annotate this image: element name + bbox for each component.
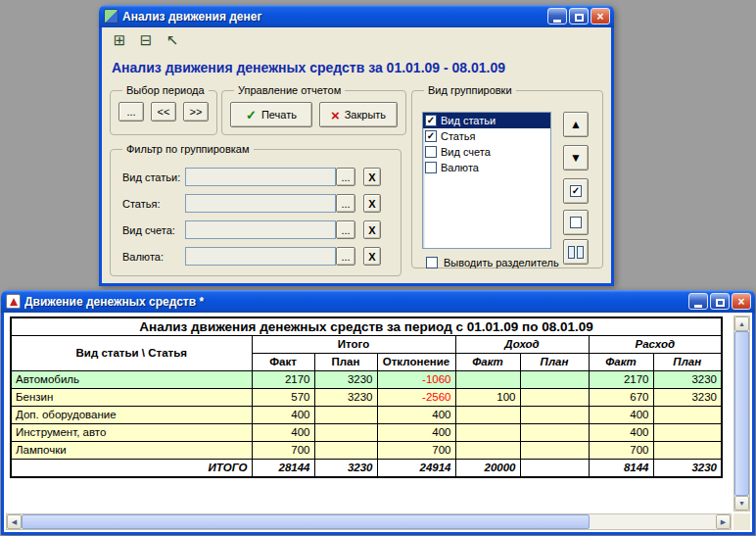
total-label-cell: ИТОГО [11, 460, 252, 478]
report-table: Анализ движения денежных средств за пери… [10, 317, 723, 478]
print-button[interactable]: ✓ Печать [230, 102, 312, 127]
group-header-cell: Итого [252, 336, 455, 354]
table-group-header-row: Вид статьи \ СтатьяИтогоДоходРасход [11, 336, 722, 354]
report-maximize-button[interactable] [710, 293, 730, 310]
report-control-groupbox-label: Управление отчетом [234, 84, 345, 96]
close-icon: × [737, 295, 744, 309]
filter-clear-button[interactable]: X [363, 194, 381, 213]
value-cell: 400 [252, 407, 314, 424]
value-cell [653, 424, 722, 442]
grouping-groupbox-label: Вид группировки [424, 84, 516, 96]
grouping-listbox[interactable]: ✓Вид статьи✓СтатьяВид счетаВалюта [422, 112, 551, 249]
separator-checkbox[interactable]: Выводить разделитель [426, 257, 559, 268]
filter-input[interactable] [185, 220, 336, 239]
close-icon: × [596, 10, 603, 24]
report-minimize-button[interactable] [688, 293, 708, 310]
grouping-item-label: Вид статьи [441, 115, 496, 126]
grouping-list-item[interactable]: ✓Статья [423, 128, 550, 144]
separator-columns-button[interactable] [563, 239, 589, 265]
grouping-item-label: Статья [441, 130, 475, 142]
value-cell [314, 424, 377, 442]
scroll-up-button[interactable]: ▲ [734, 317, 749, 331]
value-cell: 400 [589, 424, 653, 442]
report-close-button[interactable]: × [732, 293, 751, 310]
filter-row: Статья:...X [122, 193, 389, 214]
filter-browse-button[interactable]: ... [336, 220, 355, 239]
table-row: Доп. оборудование400400400 [11, 407, 722, 424]
analysis-minimize-button[interactable] [547, 8, 567, 24]
value-cell [520, 442, 589, 460]
filter-input[interactable] [185, 247, 336, 266]
grouping-groupbox: Вид группировки ✓Вид статьи✓СтатьяВид сч… [411, 84, 603, 268]
scroll-left-button[interactable]: ◀ [7, 514, 22, 529]
horizontal-scroll-thumb[interactable] [22, 514, 590, 529]
scroll-up-icon: ▲ [738, 320, 745, 327]
grouping-list-item[interactable]: Вид счета [423, 144, 550, 160]
scroll-down-icon: ▼ [738, 500, 745, 507]
check-all-button[interactable]: ✓ [563, 178, 589, 204]
filter-browse-button[interactable]: ... [336, 194, 355, 213]
table-row: Инструмент, авто400400400 [11, 424, 722, 442]
vertical-scroll-thumb[interactable] [734, 331, 749, 496]
report-titlebar[interactable]: Движение денежных средств * × [1, 290, 755, 313]
value-cell [455, 407, 520, 424]
scroll-right-button[interactable]: ▶ [716, 514, 731, 529]
period-browse-button[interactable]: ... [118, 102, 144, 122]
grouping-item-label: Валюта [441, 162, 479, 173]
value-cell: 3230 [314, 371, 377, 389]
grouping-item-checkbox[interactable]: ✓ [425, 115, 437, 126]
help-cursor-icon[interactable]: ↖ [163, 30, 182, 50]
total-value-cell: 8144 [589, 460, 653, 478]
expand-all-icon[interactable]: ⊞ [110, 30, 129, 50]
row-name-cell: Инструмент, авто [11, 424, 252, 442]
report-control-buttons: ✓ Печать × Закрыть [230, 100, 398, 127]
value-cell: 3230 [653, 371, 722, 389]
separator-checkbox-label: Выводить разделитель [444, 257, 559, 268]
filter-browse-button[interactable]: ... [336, 168, 355, 186]
filter-clear-button[interactable]: X [363, 220, 381, 239]
value-cell: 100 [455, 389, 520, 407]
report-heading: Анализ движения денежных средств за 01.0… [112, 60, 611, 75]
move-down-button[interactable]: ▼ [563, 145, 589, 171]
grouping-list-item[interactable]: ✓Вид статьи [423, 113, 550, 128]
scroll-right-icon: ▶ [721, 518, 726, 526]
value-cell: 570 [252, 389, 314, 407]
grouping-item-checkbox[interactable] [425, 162, 437, 173]
value-cell: 3230 [653, 389, 722, 407]
filter-rows: Вид статьи:...XСтатья:...XВид счета:...X… [118, 159, 393, 267]
filter-clear-button[interactable]: X [363, 168, 381, 186]
minimize-icon [694, 305, 702, 308]
value-cell: -2560 [377, 389, 455, 407]
analysis-titlebar[interactable]: Анализ движения денег × [99, 5, 614, 27]
period-prev-button[interactable]: << [151, 102, 176, 122]
analysis-window: Анализ движения денег × ⊞ ⊟ ↖ Анализ дви… [99, 5, 614, 286]
filter-input[interactable] [185, 194, 336, 213]
value-cell: 400 [377, 424, 455, 442]
filter-input[interactable] [185, 168, 336, 186]
total-value-cell: 3230 [314, 460, 377, 478]
grouping-list-item[interactable]: Валюта [423, 160, 550, 175]
value-cell [520, 424, 589, 442]
horizontal-scrollbar[interactable]: ◀ ▶ [6, 513, 732, 530]
grouping-item-checkbox[interactable]: ✓ [425, 130, 437, 142]
analysis-close-button[interactable]: × [591, 8, 610, 24]
grouping-item-checkbox[interactable] [425, 146, 437, 158]
value-cell: 670 [589, 389, 653, 407]
row-name-cell: Бензин [11, 389, 252, 407]
column-header-cell: Факт [589, 354, 653, 371]
value-cell [455, 424, 520, 442]
vertical-scrollbar[interactable]: ▲ ▼ [733, 316, 750, 512]
filter-clear-button[interactable]: X [363, 247, 381, 266]
collapse-all-icon[interactable]: ⊟ [136, 30, 156, 50]
analysis-maximize-button[interactable] [569, 8, 589, 24]
analysis-app-icon [104, 9, 118, 24]
move-up-button[interactable]: ▲ [563, 112, 589, 137]
scroll-down-button[interactable]: ▼ [734, 496, 749, 511]
period-next-button[interactable]: >> [183, 102, 209, 122]
close-report-button[interactable]: × Закрыть [319, 102, 398, 127]
uncheck-all-button[interactable] [563, 210, 589, 235]
value-cell: 700 [252, 442, 314, 460]
filter-browse-button[interactable]: ... [336, 247, 355, 266]
row-name-cell: Лампочки [11, 442, 252, 460]
separator-checkbox-box[interactable] [426, 257, 438, 268]
